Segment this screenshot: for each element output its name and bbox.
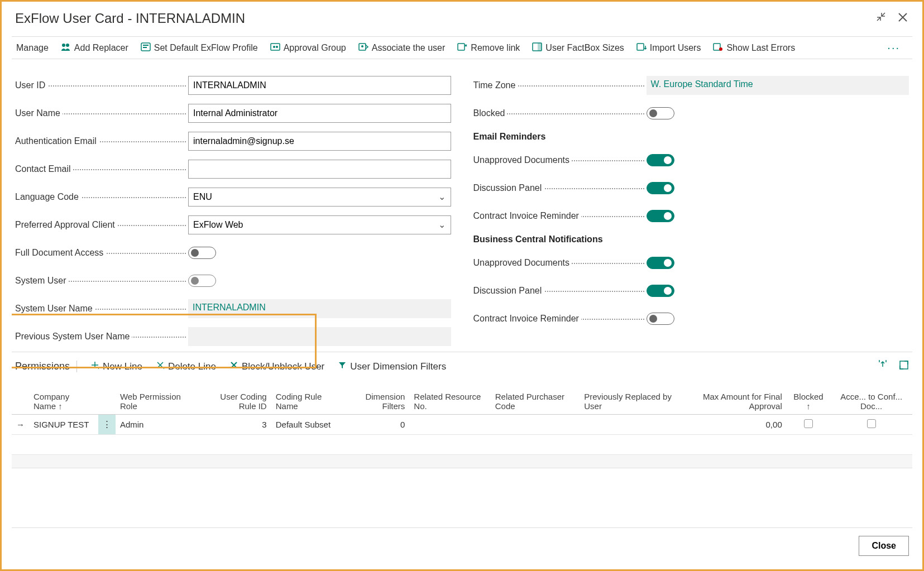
table-row[interactable]: → SIGNUP TEST ⋮ Admin 3 Default Subset 0… — [12, 414, 912, 434]
share-icon[interactable] — [878, 360, 888, 373]
timezone-label: Time Zone — [473, 80, 647, 90]
system-user-label: System User — [15, 276, 188, 286]
page-title: ExFlow User Card - INTERNALADMIN — [15, 11, 875, 26]
more-actions-icon[interactable]: ··· — [887, 41, 908, 54]
auth-email-input[interactable] — [188, 132, 451, 151]
cell-prev-replaced[interactable] — [580, 414, 681, 434]
auth-email-label: Authentication Email — [15, 136, 188, 146]
col-blocked[interactable]: Blocked ↑ — [787, 378, 831, 414]
cell-related-res[interactable] — [409, 414, 490, 434]
cell-coding-rule[interactable]: Default Subset — [271, 414, 342, 434]
import-users-button[interactable]: Import Users — [636, 42, 701, 54]
permissions-toolbar: Permissions New Line Delete Line Block/U… — [12, 352, 912, 378]
prev-system-user-name-value[interactable] — [188, 327, 451, 346]
col-dim-filters[interactable]: Dimension Filters — [341, 378, 409, 414]
set-default-profile-button[interactable]: Set Default ExFlow Profile — [141, 42, 258, 54]
expand-icon[interactable] — [899, 360, 909, 373]
system-user-name-value[interactable]: INTERNALADMIN — [188, 299, 451, 318]
delete-line-icon — [156, 361, 165, 372]
svg-rect-12 — [538, 43, 542, 51]
full-doc-access-toggle[interactable] — [188, 247, 216, 259]
permissions-table: Company Name ↑ Web Permission Role User … — [12, 378, 912, 455]
cell-company[interactable]: SIGNUP TEST — [29, 414, 98, 434]
col-prev-replaced[interactable]: Previously Replaced by User — [580, 378, 681, 414]
block-icon — [229, 361, 238, 372]
col-coding-rule[interactable]: Coding Rule Name — [271, 378, 342, 414]
row-selector-icon[interactable]: → — [12, 414, 29, 434]
delete-line-button[interactable]: Delete Line — [156, 361, 216, 372]
cell-web-perm[interactable]: Admin — [116, 414, 197, 434]
svg-point-1 — [66, 44, 69, 47]
remove-link-button[interactable]: Remove link — [457, 42, 520, 54]
er-contract-toggle[interactable] — [647, 210, 674, 222]
action-ribbon: Manage Add Replacer Set Default ExFlow P… — [12, 36, 912, 59]
cell-user-coding[interactable]: 3 — [197, 414, 271, 434]
prev-system-user-name-label: Previous System User Name — [15, 332, 188, 342]
cell-related-purch[interactable] — [491, 414, 580, 434]
timezone-value[interactable]: W. Europe Standard Time — [647, 76, 909, 95]
col-related-purch[interactable]: Related Purchaser Code — [491, 378, 580, 414]
cell-access[interactable] — [830, 414, 912, 434]
contact-email-label: Contact Email — [15, 164, 188, 174]
pref-client-select[interactable] — [188, 215, 451, 234]
user-id-input[interactable] — [188, 76, 451, 95]
er-contract-label: Contract Invoice Reminder — [473, 211, 647, 221]
table-row[interactable] — [12, 434, 912, 454]
close-button[interactable]: Close — [859, 536, 909, 556]
system-user-toggle[interactable] — [188, 275, 216, 287]
blocked-toggle[interactable] — [647, 107, 674, 119]
minimize-icon[interactable] — [875, 11, 887, 26]
add-replacer-button[interactable]: Add Replacer — [61, 42, 128, 54]
bc-discussion-toggle[interactable] — [647, 285, 674, 297]
svg-point-6 — [273, 46, 275, 48]
svg-rect-13 — [637, 44, 644, 50]
er-unapproved-toggle[interactable] — [647, 154, 674, 166]
close-icon[interactable] — [897, 11, 909, 26]
svg-point-7 — [276, 46, 278, 48]
col-max-amt[interactable]: Max Amount for Final Approval — [681, 378, 787, 414]
svg-rect-16 — [900, 361, 908, 369]
row-menu-icon[interactable]: ⋮ — [98, 414, 116, 434]
language-code-select[interactable] — [188, 188, 451, 207]
er-discussion-toggle[interactable] — [647, 182, 674, 194]
factbox-sizes-button[interactable]: User FactBox Sizes — [532, 42, 624, 54]
bc-unapproved-toggle[interactable] — [647, 257, 674, 269]
bc-contract-toggle[interactable] — [647, 313, 674, 325]
import-icon — [636, 42, 647, 54]
show-errors-button[interactable]: Show Last Errors — [713, 42, 795, 54]
svg-point-9 — [361, 45, 363, 47]
users-icon — [61, 42, 71, 54]
pref-client-label: Preferred Approval Client — [15, 220, 188, 230]
user-id-label: User ID — [15, 80, 188, 90]
cell-blocked[interactable] — [787, 414, 831, 434]
associate-user-button[interactable]: Associate the user — [358, 42, 446, 54]
form-right-column: Time Zone W. Europe Standard Time Blocke… — [473, 76, 909, 346]
user-name-input[interactable] — [188, 104, 451, 123]
col-access[interactable]: Acce... to Conf... Doc... — [830, 378, 912, 414]
block-unblock-button[interactable]: Block/Unblock User — [229, 361, 324, 372]
bc-discussion-label: Discussion Panel — [473, 286, 647, 296]
system-user-name-label: System User Name — [15, 304, 188, 314]
svg-rect-4 — [143, 47, 147, 48]
user-name-label: User Name — [15, 108, 188, 118]
new-line-button[interactable]: New Line — [90, 361, 142, 372]
cell-max-amt[interactable]: 0,00 — [681, 414, 787, 434]
bc-notifications-heading: Business Central Notifications — [473, 234, 909, 244]
user-dim-filters-button[interactable]: User Dimension Filters — [338, 361, 446, 372]
contact-email-input[interactable] — [188, 160, 451, 179]
filter-icon — [338, 361, 347, 372]
approval-group-button[interactable]: Approval Group — [270, 42, 346, 54]
bc-unapproved-label: Unapproved Documents — [473, 258, 647, 268]
er-discussion-label: Discussion Panel — [473, 183, 647, 193]
col-related-res[interactable]: Related Resource No. — [409, 378, 490, 414]
factbox-icon — [532, 42, 542, 54]
col-user-coding[interactable]: User Coding Rule ID — [197, 378, 271, 414]
col-web-perm[interactable]: Web Permission Role — [116, 378, 197, 414]
error-icon — [713, 42, 723, 54]
manage-menu[interactable]: Manage — [16, 43, 49, 53]
cell-dim-filters[interactable]: 0 — [341, 414, 409, 434]
svg-rect-3 — [143, 45, 149, 46]
svg-rect-10 — [458, 44, 465, 50]
col-company[interactable]: Company Name ↑ — [29, 378, 98, 414]
new-line-icon — [90, 361, 99, 372]
